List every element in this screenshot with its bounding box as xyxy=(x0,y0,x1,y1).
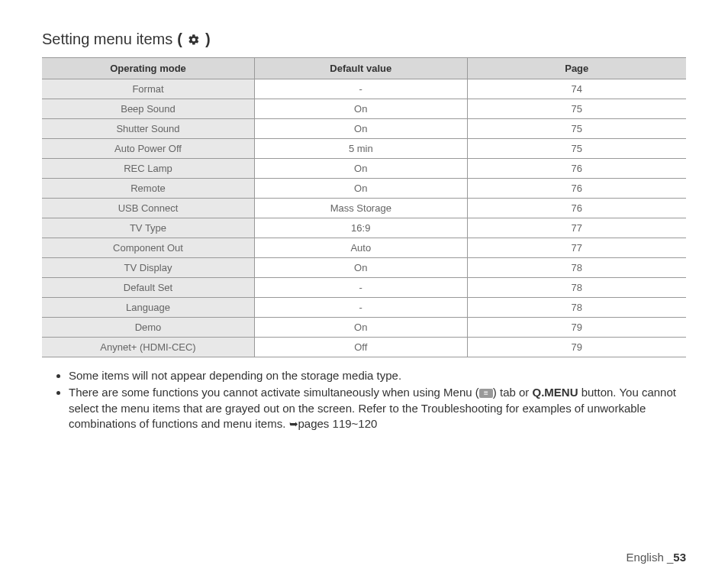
table-cell: Anynet+ (HDMI-CEC) xyxy=(42,338,255,357)
footer-page-number: 53 xyxy=(673,551,686,564)
table-row: Auto Power Off5 min75 xyxy=(42,139,686,159)
note-text: There are some functions you cannot acti… xyxy=(69,386,479,399)
qmenu-label: Q.MENU xyxy=(532,386,578,399)
section-heading: Setting menu items ( ) xyxy=(42,31,686,48)
table-cell: Remote xyxy=(42,179,255,199)
note-text: ) tab or xyxy=(493,386,533,399)
table-cell: 75 xyxy=(467,139,686,159)
table-cell: Component Out xyxy=(42,238,255,258)
footer-lang: English xyxy=(627,551,667,564)
note-pages: pages 119~120 xyxy=(298,417,378,430)
col-header-default: Default value xyxy=(255,58,468,79)
table-cell: Beep Sound xyxy=(42,99,255,119)
table-cell: On xyxy=(255,119,468,139)
table-cell: - xyxy=(255,79,468,99)
col-header-page: Page xyxy=(467,58,686,79)
menu-icon xyxy=(479,389,493,398)
table-cell: Mass Storage xyxy=(255,199,468,218)
table-cell: Default Set xyxy=(42,278,255,298)
table-cell: 77 xyxy=(467,238,686,258)
table-cell: - xyxy=(255,298,468,318)
page-footer: English _53 xyxy=(627,551,686,564)
table-row: DemoOn79 xyxy=(42,318,686,338)
table-cell: 75 xyxy=(467,119,686,139)
table-row: Shutter SoundOn75 xyxy=(42,119,686,139)
paren-close: ) xyxy=(205,31,211,48)
table-cell: On xyxy=(255,159,468,179)
table-row: Format-74 xyxy=(42,79,686,99)
note-item: Some items will not appear depending on … xyxy=(69,368,686,383)
table-cell: 79 xyxy=(467,318,686,338)
table-cell: Shutter Sound xyxy=(42,119,255,139)
settings-table: Operating mode Default value Page Format… xyxy=(42,57,686,357)
gear-icon xyxy=(187,33,201,47)
table-cell: 74 xyxy=(467,79,686,99)
table-cell: Auto Power Off xyxy=(42,139,255,159)
heading-text: Setting menu items xyxy=(42,31,172,48)
table-row: Beep SoundOn75 xyxy=(42,99,686,119)
note-item: There are some functions you cannot acti… xyxy=(69,385,686,431)
col-header-mode: Operating mode xyxy=(42,58,255,79)
note-text: Some items will not appear depending on … xyxy=(69,369,401,382)
table-cell: 16:9 xyxy=(255,218,468,238)
table-cell: REC Lamp xyxy=(42,159,255,179)
table-cell: On xyxy=(255,179,468,199)
paren-open: ( xyxy=(177,31,182,48)
table-cell: 5 min xyxy=(255,139,468,159)
table-cell: 78 xyxy=(467,298,686,318)
table-cell: Language xyxy=(42,298,255,318)
table-cell: Demo xyxy=(42,318,255,338)
table-cell: 78 xyxy=(467,278,686,298)
table-cell: 78 xyxy=(467,258,686,278)
table-cell: Auto xyxy=(255,238,468,258)
table-cell: 76 xyxy=(467,159,686,179)
table-row: RemoteOn76 xyxy=(42,179,686,199)
table-cell: 79 xyxy=(467,338,686,357)
table-cell: Off xyxy=(255,338,468,357)
table-row: TV DisplayOn78 xyxy=(42,258,686,278)
table-cell: On xyxy=(255,99,468,119)
table-cell: 77 xyxy=(467,218,686,238)
table-cell: USB Connect xyxy=(42,199,255,218)
table-cell: - xyxy=(255,278,468,298)
table-cell: TV Type xyxy=(42,218,255,238)
table-row: Default Set-78 xyxy=(42,278,686,298)
table-cell: Format xyxy=(42,79,255,99)
table-row: Component OutAuto77 xyxy=(42,238,686,258)
table-cell: On xyxy=(255,318,468,338)
table-cell: 75 xyxy=(467,99,686,119)
table-row: Anynet+ (HDMI-CEC)Off79 xyxy=(42,338,686,357)
arrow-icon xyxy=(289,417,298,430)
table-cell: 76 xyxy=(467,199,686,218)
table-cell: 76 xyxy=(467,179,686,199)
table-row: TV Type16:977 xyxy=(42,218,686,238)
table-cell: TV Display xyxy=(42,258,255,278)
table-row: Language-78 xyxy=(42,298,686,318)
notes-list: Some items will not appear depending on … xyxy=(42,368,686,431)
table-cell: On xyxy=(255,258,468,278)
table-row: USB ConnectMass Storage76 xyxy=(42,199,686,218)
table-header-row: Operating mode Default value Page xyxy=(42,58,686,79)
table-row: REC LampOn76 xyxy=(42,159,686,179)
